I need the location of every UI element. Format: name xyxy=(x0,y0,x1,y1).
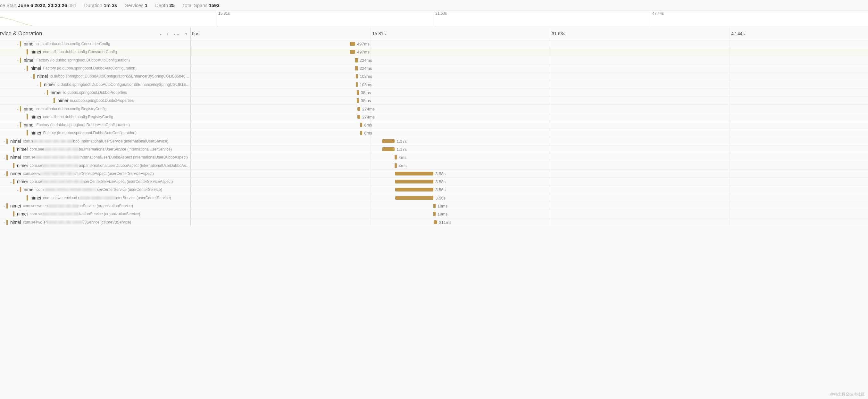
chevron-down-icon[interactable]: ⌄ xyxy=(29,75,33,78)
span-bar[interactable] xyxy=(358,107,360,111)
service-name: nimei xyxy=(51,90,61,95)
operation-name: com.seewo encl oud rem ote dubInternatio… xyxy=(23,155,187,160)
expand-deep-icon[interactable]: ›› xyxy=(184,31,187,36)
span-row[interactable]: nimeicom.seewo encl oud rem oteizationSe… xyxy=(0,210,868,218)
span-bar[interactable] xyxy=(356,82,358,87)
service-color-bar xyxy=(20,58,21,63)
span-bar[interactable] xyxy=(433,212,435,216)
span-bar[interactable] xyxy=(395,172,433,175)
span-timeline-cell: 3.56s xyxy=(191,186,868,193)
service-color-bar xyxy=(6,203,8,208)
duration-label: Duration xyxy=(84,3,102,8)
chevron-down-icon[interactable]: ⌄ xyxy=(22,67,27,70)
span-timeline-cell: 274ms xyxy=(191,113,868,121)
chevron-down-icon[interactable]: ⌄ xyxy=(2,220,6,224)
span-bar[interactable] xyxy=(360,123,362,127)
span-row[interactable]: nimeicom.alibaba.dubbo.config.ConsumerCo… xyxy=(0,48,868,56)
span-row[interactable]: ⌄nimeicom.seewo encl oud rem ote anterSe… xyxy=(0,170,868,178)
span-row[interactable]: nimeiFactory (io.dubbo.springboot.DubboA… xyxy=(0,129,868,137)
operation-name: com seewo enclou remote dubbo UserCenter… xyxy=(36,187,162,192)
span-row[interactable]: nimeicom.alibaba.dubbo.config.RegistryCo… xyxy=(0,113,868,121)
span-row[interactable]: ⌄nimeicom.alibaba.dubbo.config.ConsumerC… xyxy=(0,40,868,48)
chevron-down-icon[interactable]: ⌄ xyxy=(16,123,20,127)
collapse-all-icon[interactable]: ⌄ xyxy=(159,31,162,36)
span-row[interactable]: ⌄nimeicom.seewo encl oud rem ote dubInte… xyxy=(0,154,868,161)
service-color-bar xyxy=(20,187,21,192)
span-row[interactable]: nimeicom.seewo encl oud rem oteaop.Inter… xyxy=(0,161,868,169)
span-row[interactable]: ⌄nimeiio.dubbo.springboot.DubboAutoConfi… xyxy=(0,80,868,88)
span-bar[interactable] xyxy=(357,90,359,95)
span-row[interactable]: nimeicom.seewoe ncl rem ote dubbo.Intern… xyxy=(0,145,868,154)
service-color-bar xyxy=(27,130,28,135)
collapse-deep-icon[interactable]: ⌄⌄ xyxy=(173,31,180,36)
minimap[interactable]: 15.81s 31.63s 47.44s xyxy=(0,10,868,27)
span-bar[interactable] xyxy=(356,74,358,78)
span-bar[interactable] xyxy=(395,196,433,200)
chevron-down-icon[interactable]: ⌄ xyxy=(9,180,13,184)
span-bar[interactable] xyxy=(395,163,397,168)
span-duration-label: 18ms xyxy=(437,212,448,217)
span-bar[interactable] xyxy=(382,147,395,151)
span-row[interactable]: ⌄nimeicom.seewo.encloud rem ote cstorev3… xyxy=(0,219,868,226)
span-row[interactable]: ⌄nimeiFactory (io.dubbo.springboot.Dubbo… xyxy=(0,64,868,72)
service-color-bar xyxy=(33,74,35,79)
trace-start-ms: .081 xyxy=(67,3,76,8)
span-timeline-cell: 224ms xyxy=(191,56,868,64)
span-row[interactable]: ⌄nimeicom.alibaba.dubbo.config.RegistryC… xyxy=(0,105,868,113)
service-name: nimei xyxy=(17,179,28,184)
span-bar[interactable] xyxy=(433,204,435,208)
service-name: nimei xyxy=(30,49,41,55)
span-bar[interactable] xyxy=(434,220,437,224)
service-name: nimei xyxy=(24,58,34,63)
chevron-down-icon[interactable]: ⌄ xyxy=(2,156,6,159)
span-rows: ⌄nimeicom.alibaba.dubbo.config.ConsumerC… xyxy=(0,40,868,399)
chevron-down-icon[interactable]: ⌄ xyxy=(16,58,20,62)
services-label: Services xyxy=(125,3,144,8)
span-row[interactable]: ⌄nimeicom.seewo encl oud rem ote aoserCe… xyxy=(0,178,868,186)
span-row[interactable]: ⌄nimeiio.dubbo.springboot.DubboAutoConfi… xyxy=(0,72,868,80)
chevron-down-icon[interactable]: ⌄ xyxy=(2,204,6,208)
span-row[interactable]: ⌄nimeicom.see wo encl rem ote dubbbo.Int… xyxy=(0,137,868,145)
span-bar[interactable] xyxy=(357,98,359,103)
minimap-tick: 47.44s xyxy=(651,11,664,27)
span-bar[interactable] xyxy=(350,50,355,54)
span-row[interactable]: ⌄nimeiFactory (io.dubbo.springboot.Dubbo… xyxy=(0,56,868,64)
span-timeline-cell: 38ms xyxy=(191,97,868,104)
expand-right-icon[interactable]: › xyxy=(167,31,168,36)
span-row[interactable]: ⌄nimeiio.dubbo.springboot.DubboPropertie… xyxy=(0,89,868,97)
chevron-down-icon[interactable]: ⌄ xyxy=(2,172,6,175)
service-name: nimei xyxy=(24,122,34,128)
span-row[interactable]: nimeicom.seewo.encloud remote dubbo User… xyxy=(0,194,868,202)
span-bar[interactable] xyxy=(358,115,360,119)
chevron-down-icon[interactable]: ⌄ xyxy=(16,107,20,110)
axis-tick: 47.44s xyxy=(731,31,745,36)
span-duration-label: 3.58s xyxy=(435,171,445,176)
operation-name: com.alibaba.dubbo.config.ConsumerConfig xyxy=(36,42,110,46)
chevron-down-icon[interactable]: ⌄ xyxy=(16,188,20,192)
operation-name: com.seewo encl oud rem oteizationService… xyxy=(30,212,140,216)
span-bar[interactable] xyxy=(355,66,358,70)
span-row[interactable]: ⌄nimeicom seewo enclou remote dubbo User… xyxy=(0,186,868,194)
span-row[interactable]: nimeiio.dubbo.springboot.DubboProperties… xyxy=(0,97,868,105)
span-bar[interactable] xyxy=(395,155,397,160)
span-bar[interactable] xyxy=(382,139,395,143)
operation-name: Factory (io.dubbo.springboot.DubboAutoCo… xyxy=(43,131,136,135)
span-timeline-cell: 103ms xyxy=(191,72,868,80)
span-row[interactable]: ⌄nimeicom.seewo.encloud rem ote dubonSer… xyxy=(0,202,868,210)
span-bar[interactable] xyxy=(360,131,362,135)
service-name: nimei xyxy=(24,106,34,111)
chevron-down-icon[interactable]: ⌄ xyxy=(2,139,6,143)
operation-name: com.seewo.encloud rem ote dubonService (… xyxy=(23,204,133,208)
span-bar[interactable] xyxy=(355,58,358,62)
span-row[interactable]: ⌄nimeiFactory (io.dubbo.springboot.Dubbo… xyxy=(0,121,868,129)
service-name: nimei xyxy=(37,74,48,79)
chevron-down-icon[interactable]: ⌄ xyxy=(16,42,20,46)
services-value: 1 xyxy=(145,3,148,8)
span-bar[interactable] xyxy=(395,188,433,192)
span-bar[interactable] xyxy=(350,42,355,46)
chevron-down-icon[interactable]: ⌄ xyxy=(42,91,47,94)
span-timeline-cell: 497ms xyxy=(191,48,868,56)
span-timeline-cell: 18ms xyxy=(191,202,868,210)
span-bar[interactable] xyxy=(395,180,433,184)
chevron-down-icon[interactable]: ⌄ xyxy=(36,82,40,86)
